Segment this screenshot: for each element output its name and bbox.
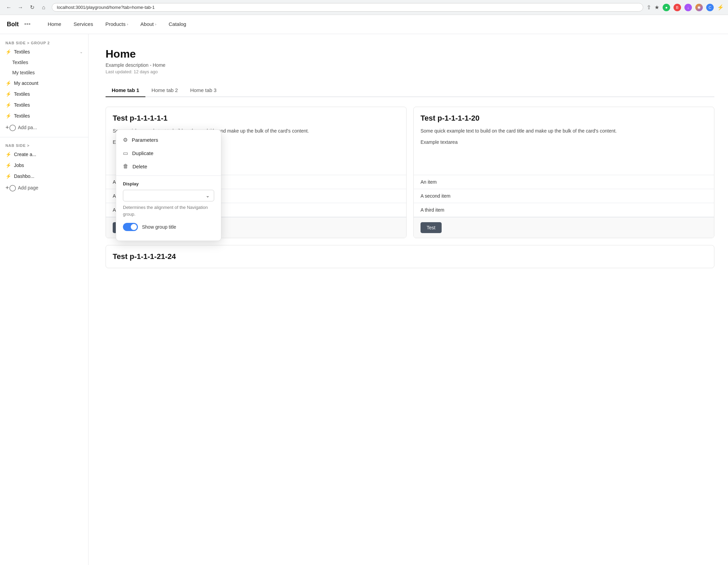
show-group-title-toggle[interactable] bbox=[123, 223, 138, 231]
duplicate-label: Duplicate bbox=[132, 150, 154, 156]
sidebar-textiles-4-label: Textiles bbox=[14, 113, 30, 119]
sidebar-add-page-1[interactable]: +◯ Add pa... bbox=[0, 121, 88, 134]
card-2-list-item-3: A third item bbox=[414, 203, 714, 217]
popup-select-chevron-icon: ⌄ bbox=[206, 193, 210, 198]
app-logo-menu[interactable]: ••• bbox=[24, 21, 31, 28]
back-button[interactable]: ← bbox=[4, 3, 14, 12]
app-logo: Bolt bbox=[7, 21, 19, 28]
sidebar-sub-my-textiles[interactable]: My textiles bbox=[0, 67, 88, 78]
browser-toolbar-icons: ⇧ ★ ● B ↓ ◉ C ⚡ bbox=[647, 4, 724, 11]
toggle-label: Show group title bbox=[142, 224, 176, 230]
top-nav-items: Home Services Products › About › Catalog bbox=[42, 15, 192, 34]
popup-display-select[interactable]: ⌄ bbox=[123, 190, 214, 201]
bolt-icon-create: ⚡ bbox=[5, 152, 11, 157]
tabs-bar: Home tab 1 Home tab 2 Home tab 3 bbox=[106, 84, 714, 97]
bolt-icon-textiles-4: ⚡ bbox=[5, 113, 11, 119]
sidebar-jobs-label: Jobs bbox=[14, 163, 24, 168]
home-button[interactable]: ⌂ bbox=[39, 3, 48, 12]
nav-item-about[interactable]: About › bbox=[134, 15, 162, 34]
card-2-list-item-1: An item bbox=[414, 175, 714, 189]
top-nav: Bolt ••• Home Services Products › About … bbox=[0, 15, 728, 34]
sidebar-item-create[interactable]: ⚡ Create a... bbox=[0, 149, 88, 160]
popup[interactable]: ⚙ Parameters ▭ Duplicate 🗑 Delete Displ bbox=[116, 129, 221, 241]
tab-home-tab-1[interactable]: Home tab 1 bbox=[106, 84, 145, 97]
popup-menu-item-duplicate[interactable]: ▭ Duplicate bbox=[116, 147, 221, 160]
forward-button[interactable]: → bbox=[16, 3, 25, 12]
card-2-textarea-label: Example textarea bbox=[421, 139, 707, 167]
sidebar: NAB SIDE > GROUP 2 ⚡ Textiles ⌄ Textiles… bbox=[0, 34, 89, 565]
card-2: Test p-1-1-1-1-20 Some quick example tex… bbox=[413, 107, 714, 238]
card-1-title: Test p-1-1-1-1-1 bbox=[113, 114, 399, 123]
textiles-chevron-icon: ⌄ bbox=[80, 50, 83, 54]
bottom-card: Test p-1-1-1-21-24 bbox=[106, 245, 714, 268]
bolt-icon-dashboard: ⚡ bbox=[5, 173, 11, 179]
sidebar-group-label-2: NAB SIDE > bbox=[0, 141, 88, 149]
toggle-thumb bbox=[131, 224, 137, 230]
bolt-icon-textiles-3: ⚡ bbox=[5, 102, 11, 108]
sidebar-create-label: Create a... bbox=[14, 152, 36, 157]
page-title: Home bbox=[106, 48, 714, 60]
parameters-icon: ⚙ bbox=[123, 137, 128, 143]
ext-icon-3[interactable]: ◉ bbox=[695, 4, 703, 11]
card-2-list-item-2: A second item bbox=[414, 189, 714, 203]
nav-item-products[interactable]: Products › bbox=[99, 15, 134, 34]
popup-menu-item-delete[interactable]: 🗑 Delete bbox=[116, 160, 221, 173]
about-chevron-icon: › bbox=[155, 22, 157, 26]
sidebar-item-my-account[interactable]: ⚡ My account bbox=[0, 78, 88, 89]
ext-icon-4[interactable]: C bbox=[706, 4, 714, 11]
popup-menu-item-parameters[interactable]: ⚙ Parameters bbox=[116, 133, 221, 147]
nav-item-catalog[interactable]: Catalog bbox=[162, 15, 192, 34]
tab-home-tab-2[interactable]: Home tab 2 bbox=[145, 84, 184, 97]
tab-home-tab-3[interactable]: Home tab 3 bbox=[184, 84, 223, 97]
sidebar-add-page-2[interactable]: +◯ Add page bbox=[0, 182, 88, 194]
sidebar-my-account-label: My account bbox=[14, 80, 38, 86]
refresh-button[interactable]: ↻ bbox=[27, 3, 37, 12]
browser-chrome: ← → ↻ ⌂ localhost:3001/playground/home?t… bbox=[0, 0, 728, 15]
sidebar-item-textiles-4[interactable]: ⚡ Textiles bbox=[0, 110, 88, 121]
sidebar-group-label-1: NAB SIDE > GROUP 2 bbox=[0, 38, 88, 46]
card-2-test-button[interactable]: Test bbox=[421, 222, 442, 233]
main-layout: NAB SIDE > GROUP 2 ⚡ Textiles ⌄ Textiles… bbox=[0, 34, 728, 565]
extensions-icon[interactable]: ⚡ bbox=[717, 4, 724, 11]
ext-icon-2[interactable]: ↓ bbox=[684, 4, 692, 11]
products-chevron-icon: › bbox=[127, 22, 128, 26]
nav-item-home[interactable]: Home bbox=[42, 15, 67, 34]
address-bar[interactable]: localhost:3001/playground/home?tab=home-… bbox=[52, 3, 643, 12]
popup-hint: Determines the alignment of the Navigati… bbox=[116, 203, 221, 220]
ext-icon-1[interactable]: B bbox=[674, 4, 681, 11]
delete-icon: 🗑 bbox=[123, 163, 128, 169]
bottom-card-body: Test p-1-1-1-21-24 bbox=[106, 245, 714, 268]
sidebar-item-textiles[interactable]: ⚡ Textiles ⌄ bbox=[0, 46, 88, 57]
bottom-card-title: Test p-1-1-1-21-24 bbox=[113, 252, 707, 261]
popup-display-label: Display bbox=[116, 179, 221, 188]
bolt-icon-jobs: ⚡ bbox=[5, 163, 11, 168]
page-description: Example description - Home bbox=[106, 62, 714, 68]
sidebar-item-textiles-3[interactable]: ⚡ Textiles bbox=[0, 100, 88, 110]
add-page-icon-2: +◯ bbox=[5, 184, 16, 192]
app-wrapper: Bolt ••• Home Services Products › About … bbox=[0, 15, 728, 565]
sidebar-item-jobs[interactable]: ⚡ Jobs bbox=[0, 160, 88, 171]
sidebar-item-dashboard[interactable]: ⚡ Dashbo... bbox=[0, 171, 88, 182]
sidebar-sub-textiles[interactable]: Textiles bbox=[0, 57, 88, 67]
parameters-label: Parameters bbox=[132, 137, 158, 143]
card-2-title: Test p-1-1-1-1-20 bbox=[421, 114, 707, 123]
popup-divider bbox=[116, 175, 221, 176]
address-text: localhost:3001/playground/home?tab=home-… bbox=[57, 5, 155, 10]
sidebar-textiles-label: Textiles bbox=[14, 49, 30, 55]
add-page-icon-1: +◯ bbox=[5, 124, 16, 131]
bolt-icon-my-account: ⚡ bbox=[5, 80, 11, 86]
sidebar-divider bbox=[0, 137, 88, 137]
share-icon[interactable]: ⇧ bbox=[647, 4, 651, 11]
card-2-footer: Test bbox=[414, 217, 714, 238]
content-area: Home Example description - Home Last upd… bbox=[89, 34, 728, 565]
bookmark-icon[interactable]: ★ bbox=[654, 4, 659, 11]
power-icon[interactable]: ● bbox=[663, 4, 670, 11]
bolt-icon-textiles: ⚡ bbox=[5, 49, 11, 55]
sidebar-textiles-3-label: Textiles bbox=[14, 102, 30, 108]
browser-nav-buttons: ← → ↻ ⌂ bbox=[4, 3, 48, 12]
duplicate-icon: ▭ bbox=[123, 150, 128, 156]
bolt-icon-textiles-2: ⚡ bbox=[5, 91, 11, 97]
nav-item-services[interactable]: Services bbox=[67, 15, 99, 34]
delete-label: Delete bbox=[132, 164, 147, 169]
sidebar-item-textiles-2[interactable]: ⚡ Textiles bbox=[0, 89, 88, 100]
